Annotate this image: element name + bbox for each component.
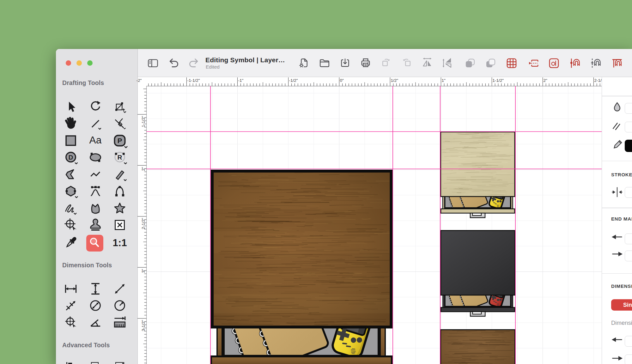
svg-text:-1-1/2": -1-1/2": [187, 78, 200, 83]
svg-text:0": 0": [340, 78, 344, 83]
svg-text:1/2": 1/2": [391, 78, 398, 83]
svg-text:2-1/2": 2-1/2": [141, 218, 146, 229]
svg-text:-1": -1": [238, 78, 244, 83]
svg-text:3-1/2": 3-1/2": [141, 320, 146, 331]
svg-text:3": 3": [141, 269, 146, 273]
svg-text:1-1/2": 1-1/2": [141, 116, 146, 127]
svg-text:1": 1": [442, 78, 446, 83]
svg-text:2": 2": [141, 167, 146, 171]
svg-text:-2": -2": [137, 78, 142, 83]
svg-text:-1/2": -1/2": [289, 78, 298, 83]
svg-text:2": 2": [544, 78, 548, 83]
svg-text:1-1/2": 1-1/2": [493, 78, 504, 83]
